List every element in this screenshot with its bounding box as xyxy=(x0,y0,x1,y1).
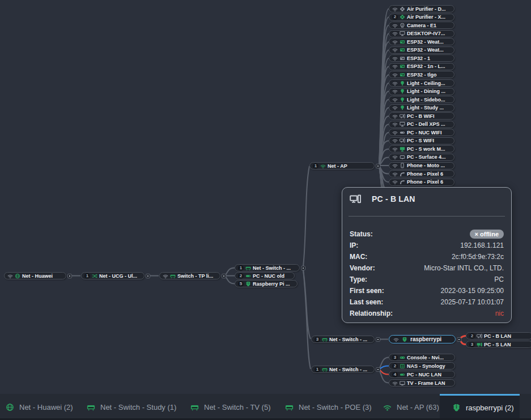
tab-net-switch-poe-3[interactable]: Net - Switch - POE (3) xyxy=(285,394,372,420)
node-console-nvi[interactable]: 3Console - Nvi... xyxy=(389,354,455,361)
node-label: DESKTOP-IV7... xyxy=(407,31,445,36)
node-net-switch-3[interactable]: 3Net - Switch - ... xyxy=(311,336,375,343)
bulb-icon xyxy=(400,105,405,111)
wifi-icon xyxy=(392,130,398,135)
wifi-icon xyxy=(392,6,398,12)
port-badge: 3 xyxy=(315,337,320,342)
node-label: ESP32 - 1n - L... xyxy=(407,63,445,69)
switch-icon xyxy=(170,273,176,279)
node-pc-nuc-old[interactable]: 2PC - NUC old xyxy=(235,272,295,279)
edge xyxy=(379,358,389,370)
shuffle-icon xyxy=(92,273,97,279)
camera-icon xyxy=(400,23,405,28)
collapse-toggle[interactable] xyxy=(376,337,380,342)
wifi-icon xyxy=(392,39,398,45)
node-dev-5[interactable]: ESP32 - Weat... xyxy=(389,46,454,54)
tab-net-switch-study-1[interactable]: Net - Switch - Study (1) xyxy=(87,394,176,420)
node-dev-17[interactable]: PC - S work M... xyxy=(389,145,454,152)
node-tv-frame-lan[interactable]: TV - Frame LAN xyxy=(389,379,455,387)
collapse-toggle[interactable] xyxy=(146,274,150,278)
node-dev-14[interactable]: PC - Dell XPS ... xyxy=(389,121,454,128)
edge xyxy=(303,166,309,266)
node-dev-12[interactable]: Light - Study ... xyxy=(389,104,454,112)
tab-net-huawei-2[interactable]: Net - Huawei (2) xyxy=(6,394,73,420)
port-badge: 5 xyxy=(238,281,244,287)
wifi-icon xyxy=(392,380,398,386)
node-net-ucg[interactable]: 1Net - UCG - Ul... xyxy=(81,272,145,279)
node-dev-9[interactable]: Light - Ceiling... xyxy=(389,79,454,87)
node-label: Net - Switch - ... xyxy=(329,337,367,342)
node-dev-3[interactable]: DESKTOP-IV7... xyxy=(389,30,454,37)
collapse-toggle[interactable] xyxy=(67,274,72,278)
switch-icon xyxy=(322,367,328,372)
collapse-toggle[interactable] xyxy=(301,266,305,270)
node-dev-11[interactable]: Light - Sidebo... xyxy=(389,96,454,103)
node-label: PC - S work M... xyxy=(407,146,445,152)
wifi-icon xyxy=(392,163,398,168)
node-pc-b-lan[interactable]: 2PC - B LAN xyxy=(466,332,531,340)
bottom-tab-bar: Net - Huawei (2)Net - Switch - Study (1)… xyxy=(0,394,531,420)
popup-row-ip: IP:192.168.1.121 xyxy=(350,240,504,251)
chip-icon xyxy=(400,72,405,78)
popup-row-vendor: Vendor:Micro-Star INTL CO., LTD. xyxy=(350,262,504,274)
wifi-icon xyxy=(392,138,398,143)
node-label: Phone - Moto ... xyxy=(407,163,445,168)
node-dev-18[interactable]: PC - Surface 4... xyxy=(389,154,454,161)
pc-icon xyxy=(350,193,361,205)
tab-net-ap-63[interactable]: Net - AP (63) xyxy=(383,394,439,420)
node-label: Light - Dining ... xyxy=(407,88,445,94)
tab-raspberrypi-2[interactable]: raspberrypi (2) xyxy=(440,394,520,420)
node-dev-10[interactable]: Light - Dining ... xyxy=(389,88,454,95)
edge xyxy=(225,268,235,276)
device-details-popup: PC - B LAN Status:× offlineIP:192.168.1.… xyxy=(342,187,512,323)
wifi-icon xyxy=(163,273,168,279)
node-dev-0[interactable]: Air Purifier - D... xyxy=(389,5,454,12)
node-dev-2[interactable]: Camera - E1 xyxy=(389,22,454,29)
node-label: PC - NUC WIFI xyxy=(407,130,442,135)
node-net-ap[interactable]: 1Net - AP xyxy=(309,162,375,169)
wifi-icon xyxy=(320,163,326,169)
node-nas-synology[interactable]: 2NAS - Synology xyxy=(389,362,455,370)
port-badge: 1 xyxy=(315,367,320,372)
stick-icon xyxy=(400,372,405,377)
collapse-toggle[interactable] xyxy=(222,274,226,278)
node-label: ESP32 - 1 xyxy=(407,56,430,61)
node-label: PC - NUC old xyxy=(253,273,284,279)
node-dev-4[interactable]: ESP32 - Weat... xyxy=(389,38,454,45)
node-net-switch-mid[interactable]: 1Net - Switch - ... xyxy=(235,264,300,271)
tab-net-switch-tv-5[interactable]: Net - Switch - TV (5) xyxy=(190,394,271,420)
fan-icon xyxy=(400,6,405,12)
node-dev-21[interactable]: Phone - Pixel 6 xyxy=(389,179,454,186)
node-raspberry-pi[interactable]: 5Raspberry Pi ... xyxy=(235,280,298,287)
node-dev-7[interactable]: ESP32 - 1n - L... xyxy=(389,63,454,70)
node-pc-s-lan[interactable]: 3PC - S LAN xyxy=(466,341,531,348)
port-badge: 1 xyxy=(238,265,244,271)
popup-row-lastseen: Last seen:2025-07-17 10:01:07 xyxy=(350,296,504,308)
node-dev-8[interactable]: ESP32 - tlgo xyxy=(389,71,454,78)
node-net-huawei[interactable]: Net - Huawei xyxy=(4,272,66,279)
switch-icon xyxy=(322,337,328,342)
node-pc-nuc-lan[interactable]: 4PC - NUC LAN xyxy=(389,371,455,378)
collapse-toggle[interactable] xyxy=(376,367,380,372)
wifi-icon xyxy=(392,47,398,53)
collapse-toggle[interactable] xyxy=(376,164,380,168)
collapse-toggle[interactable] xyxy=(457,337,461,342)
node-dev-20[interactable]: Phone - Pixel 6 xyxy=(389,170,454,177)
node-dev-13[interactable]: PC - B WIFI xyxy=(389,112,454,120)
node-dev-19[interactable]: Phone - Moto ... xyxy=(389,162,454,169)
node-dev-15[interactable]: PC - NUC WIFI xyxy=(389,129,454,136)
node-dev-16[interactable]: PC - S WIFI xyxy=(389,137,454,145)
switch-icon xyxy=(190,403,199,411)
globe-icon xyxy=(6,403,14,411)
stick-icon xyxy=(400,130,405,135)
node-raspberrypi[interactable]: raspberrypi xyxy=(389,335,456,343)
switch-icon xyxy=(87,403,95,411)
node-switch-tp[interactable]: Switch - TP li... xyxy=(159,272,220,279)
node-dev-6[interactable]: ESP32 - 1 xyxy=(389,54,454,62)
node-label: Net - AP xyxy=(328,163,347,169)
port-badge: 2 xyxy=(392,363,398,369)
tv-icon xyxy=(400,380,405,386)
node-dev-1[interactable]: 2Air Purifier - X... xyxy=(389,14,454,21)
node-net-switch-1[interactable]: 1Net - Switch - ... xyxy=(311,366,375,373)
wifi-icon xyxy=(392,88,398,94)
